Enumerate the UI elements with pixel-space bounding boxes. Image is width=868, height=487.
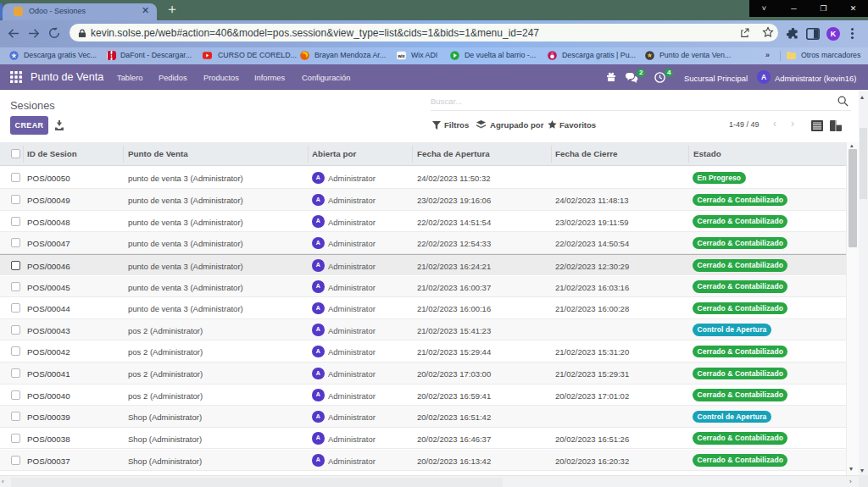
- svg-text:d: d: [109, 52, 113, 59]
- svg-text:wix: wix: [397, 53, 404, 58]
